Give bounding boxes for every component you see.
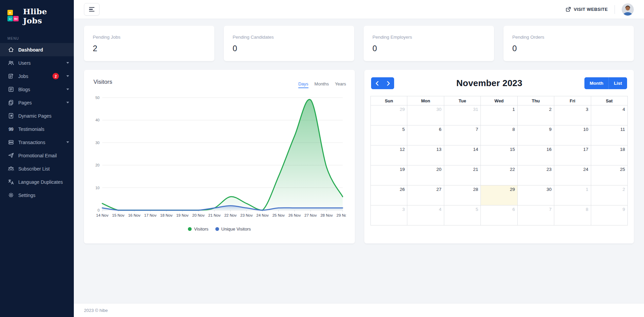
calendar-day-cell[interactable]: 9: [517, 125, 554, 145]
main-content: Pending Jobs2Pending Candidates0Pending …: [74, 19, 644, 303]
calendar-day-cell[interactable]: 15: [481, 145, 517, 165]
calendar-day-cell[interactable]: 1: [481, 105, 517, 125]
calendar-day-cell[interactable]: 31: [444, 105, 480, 125]
calendar-day-cell[interactable]: 4: [407, 205, 444, 225]
stat-value: 0: [372, 44, 485, 53]
sidebar-item-label: Transactions: [18, 140, 45, 145]
calendar-day-cell[interactable]: 11: [591, 125, 627, 145]
calendar-day-cell[interactable]: 6: [481, 205, 517, 225]
calendar-day-cell[interactable]: 14: [444, 145, 480, 165]
sidebar-item-dashboard[interactable]: Dashboard: [0, 43, 74, 56]
calendar-day-cell[interactable]: 25: [591, 165, 627, 185]
tab-months[interactable]: Months: [315, 81, 329, 88]
calendar-view-group: Month List: [584, 77, 627, 89]
transactions-icon: [7, 139, 14, 146]
calendar-next-button[interactable]: [383, 77, 394, 89]
chart-body: 0102030405014 Nov15 Nov16 Nov17 Nov18 No…: [91, 93, 347, 232]
legend-unique-visitors[interactable]: Unique Visitors: [215, 226, 251, 232]
calendar-day-number: 7: [476, 127, 478, 132]
calendar-day-cell[interactable]: 8: [554, 205, 591, 225]
sidebar-item-jobs[interactable]: Jobs2: [0, 70, 74, 83]
user-avatar[interactable]: [622, 3, 634, 16]
calendar-day-cell[interactable]: 22: [481, 165, 517, 185]
calendar-day-cell[interactable]: 3: [371, 205, 407, 225]
calendar-day-number: 6: [512, 207, 515, 212]
calendar-day-cell[interactable]: 27: [407, 185, 444, 205]
sidebar-item-language-duplicates[interactable]: Language Duplicates: [0, 175, 74, 189]
svg-text:25 Nov: 25 Nov: [272, 213, 285, 217]
sidebar-item-transactions[interactable]: Transactions: [0, 136, 74, 149]
visit-website-link[interactable]: VISIT WEBSITE: [566, 7, 608, 12]
legend-label: Unique Visitors: [221, 226, 251, 232]
legend-dot-icon: [215, 227, 219, 231]
app-logo[interactable]: H Ll Bé Hlibe Jobs: [0, 0, 74, 31]
calendar-day-cell[interactable]: 2: [517, 105, 554, 125]
sidebar-item-label: Testimonials: [18, 126, 44, 132]
svg-text:16 Nov: 16 Nov: [128, 213, 141, 217]
calendar-day-cell[interactable]: 8: [481, 125, 517, 145]
calendar-month-view-button[interactable]: Month: [584, 77, 608, 89]
stat-value: 2: [93, 44, 206, 53]
calendar-day-cell[interactable]: 5: [444, 205, 480, 225]
calendar-day-cell-today[interactable]: 29: [481, 185, 517, 205]
calendar-day-cell[interactable]: 7: [517, 205, 554, 225]
calendar-day-cell[interactable]: 29: [371, 105, 407, 125]
tab-years[interactable]: Years: [335, 81, 346, 88]
chart-legend: VisitorsUnique Visitors: [91, 226, 347, 232]
calendar-day-number: 15: [510, 147, 515, 152]
stat-card-pending-employers: Pending Employers0: [364, 26, 494, 61]
sidebar-item-users[interactable]: Users: [0, 56, 74, 70]
sidebar-item-subscriber-list[interactable]: Subscriber List: [0, 162, 74, 175]
sidebar-toggle-button[interactable]: [84, 3, 100, 16]
calendar-day-number: 23: [546, 167, 552, 172]
calendar-day-cell[interactable]: 6: [407, 125, 444, 145]
calendar-day-cell[interactable]: 28: [444, 185, 480, 205]
calendar-day-cell[interactable]: 16: [517, 145, 554, 165]
calendar-day-number: 14: [473, 147, 478, 152]
calendar-day-cell[interactable]: 2: [591, 185, 627, 205]
svg-text:22 Nov: 22 Nov: [224, 213, 237, 217]
sidebar-menu: DashboardUsersJobs2BlogsPagesDynamic Pag…: [0, 43, 74, 202]
legend-visitors[interactable]: Visitors: [188, 226, 208, 232]
calendar-day-cell[interactable]: 30: [517, 185, 554, 205]
sidebar-item-pages[interactable]: Pages: [0, 96, 74, 109]
calendar-day-cell[interactable]: 24: [554, 165, 591, 185]
sidebar-item-label: Promotional Email: [18, 153, 57, 158]
calendar-day-cell[interactable]: 23: [517, 165, 554, 185]
calendar-day-number: 1: [512, 107, 515, 112]
calendar-list-view-button[interactable]: List: [608, 77, 627, 89]
sidebar-item-blogs[interactable]: Blogs: [0, 83, 74, 96]
calendar-day-cell[interactable]: 19: [371, 165, 407, 185]
calendar-week-row: 3456789: [371, 205, 628, 225]
calendar-day-cell[interactable]: 20: [407, 165, 444, 185]
calendar-day-cell[interactable]: 4: [591, 105, 627, 125]
svg-text:29 Nov: 29 Nov: [337, 213, 346, 217]
calendar-prev-button[interactable]: [371, 77, 383, 89]
calendar-day-cell[interactable]: 5: [371, 125, 407, 145]
calendar-day-cell[interactable]: 18: [591, 145, 627, 165]
calendar-day-cell[interactable]: 30: [407, 105, 444, 125]
calendar-day-header-mon: Mon: [407, 96, 444, 105]
calendar-day-cell[interactable]: 21: [444, 165, 480, 185]
calendar-day-cell[interactable]: 9: [591, 205, 627, 225]
sidebar-item-label: Pages: [18, 100, 32, 105]
calendar-day-cell[interactable]: 12: [371, 145, 407, 165]
stat-value: 0: [233, 44, 345, 53]
calendar-header: November 2023 Month List: [371, 77, 627, 89]
calendar-day-cell[interactable]: 10: [554, 125, 591, 145]
sidebar-item-testimonials[interactable]: 99Testimonials: [0, 122, 74, 136]
calendar-day-cell[interactable]: 1: [554, 185, 591, 205]
tab-days[interactable]: Days: [298, 81, 308, 88]
calendar-day-cell[interactable]: 17: [554, 145, 591, 165]
calendar-day-number: 7: [549, 207, 552, 212]
calendar-day-number: 21: [473, 167, 478, 172]
calendar-day-cell[interactable]: 7: [444, 125, 480, 145]
calendar-day-cell[interactable]: 26: [371, 185, 407, 205]
sidebar-item-label: Settings: [18, 193, 36, 198]
calendar-day-cell[interactable]: 13: [407, 145, 444, 165]
sidebar-item-settings[interactable]: Settings: [0, 189, 74, 202]
sidebar-item-dynamic-pages[interactable]: Dynamic Pages: [0, 109, 74, 122]
subscriber-list-icon: [7, 165, 14, 172]
calendar-day-cell[interactable]: 3: [554, 105, 591, 125]
sidebar-item-promotional-email[interactable]: Promotional Email: [0, 149, 74, 162]
